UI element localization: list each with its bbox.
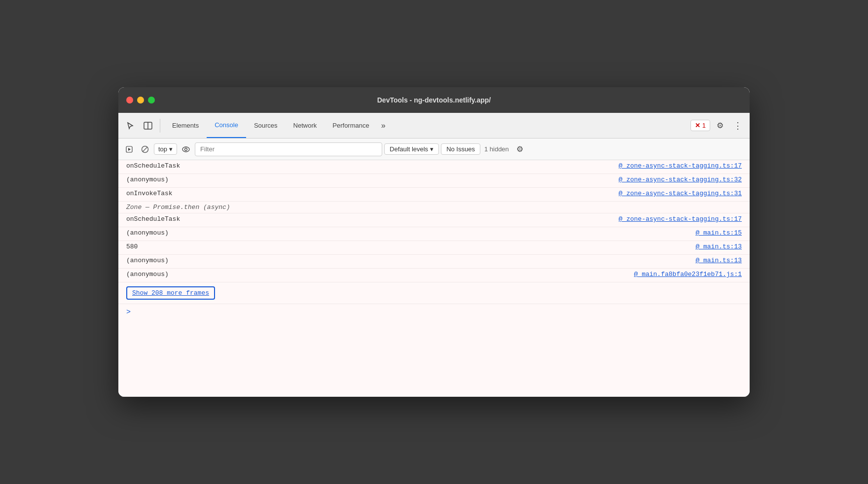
show-frames-row: Show 208 more frames [118,282,750,304]
console-entry-link[interactable]: @ zone-async-stack-tagging.ts:17 [618,215,742,223]
maximize-button[interactable] [148,97,155,104]
hidden-count: 1 hidden [482,145,511,153]
show-more-frames-link[interactable]: Show 208 more frames [126,286,215,300]
error-count-badge[interactable]: ✕ 1 [690,120,710,131]
console-input-row: > [118,304,750,320]
no-issues-button[interactable]: No Issues [441,143,480,155]
filter-input[interactable] [195,142,382,156]
main-toolbar: Elements Console Sources Network Perform… [118,113,750,138]
devtools-window: DevTools - ng-devtools.netlify.app/ Elem… [118,87,750,397]
titlebar: DevTools - ng-devtools.netlify.app/ [118,87,750,113]
settings-button[interactable]: ⚙ [712,118,728,134]
tab-divider [160,119,160,133]
block-icon[interactable] [138,142,152,156]
close-button[interactable] [126,97,133,104]
console-entry-text: onScheduleTask [126,215,618,223]
console-entry-link[interactable]: @ main.ts:13 [695,257,742,264]
dock-icon[interactable] [140,118,156,134]
eye-icon[interactable] [179,142,193,156]
console-entry-text: onInvokeTask [126,190,618,197]
console-entry-link[interactable]: @ zone-async-stack-tagging.ts:31 [618,190,742,197]
console-async-separator: Zone — Promise.then (async) [118,202,750,213]
console-row: onInvokeTask @ zone-async-stack-tagging.… [118,188,750,202]
console-content: onScheduleTask @ zone-async-stack-taggin… [118,160,750,397]
traffic-lights [126,97,155,104]
console-row: onScheduleTask @ zone-async-stack-taggin… [118,160,750,174]
console-entry-text: (anonymous) [126,176,618,183]
context-selector[interactable]: top ▾ [154,143,177,155]
levels-label: Default levels [390,145,428,153]
console-entry-text: 580 [126,243,695,250]
tab-bar: Elements Console Sources Network Perform… [164,113,390,138]
console-entry-text: (anonymous) [126,271,634,278]
svg-marker-3 [128,148,131,151]
svg-point-6 [182,147,189,152]
console-prompt: > [126,308,131,316]
console-entry-link[interactable]: @ main.fa8bfa0e23f1eb71.js:1 [634,271,742,278]
console-row: (anonymous) @ zone-async-stack-tagging.t… [118,174,750,188]
more-tabs-button[interactable]: » [377,121,390,130]
tab-console[interactable]: Console [207,113,246,138]
console-entry-text: (anonymous) [126,229,695,237]
error-x-icon: ✕ [695,122,700,129]
console-settings-button[interactable]: ⚙ [513,142,527,156]
console-entry-link[interactable]: @ zone-async-stack-tagging.ts:17 [618,162,742,170]
console-entry-link[interactable]: @ main.ts:15 [695,229,742,237]
console-toolbar: top ▾ Default levels ▾ No Issues 1 hidde… [118,138,750,160]
console-row: (anonymous) @ main.ts:13 [118,255,750,269]
console-entry-link[interactable]: @ zone-async-stack-tagging.ts:32 [618,176,742,183]
more-options-button[interactable]: ⋮ [730,118,746,134]
svg-point-7 [185,148,187,150]
levels-dropdown[interactable]: Default levels ▾ [384,143,439,155]
tab-elements[interactable]: Elements [164,113,207,138]
console-row: onScheduleTask @ zone-async-stack-taggin… [118,213,750,227]
console-row: (anonymous) @ main.ts:15 [118,227,750,241]
console-input[interactable] [135,309,742,316]
console-entry-link[interactable]: @ main.ts:13 [695,243,742,250]
error-count: 1 [702,122,706,129]
tab-sources[interactable]: Sources [246,113,286,138]
svg-line-5 [143,147,147,152]
console-row: (anonymous) @ main.fa8bfa0e23f1eb71.js:1 [118,269,750,282]
console-entry-text: onScheduleTask [126,162,618,170]
console-entry-text: (anonymous) [126,257,695,264]
tab-performance[interactable]: Performance [325,113,377,138]
minimize-button[interactable] [137,97,144,104]
cursor-icon[interactable] [122,118,138,134]
console-row: 580 @ main.ts:13 [118,241,750,255]
toolbar-right: ✕ 1 ⚙ ⋮ [690,118,746,134]
execute-button[interactable] [122,142,136,156]
chevron-down-icon: ▾ [169,145,173,153]
tab-network[interactable]: Network [286,113,325,138]
chevron-down-icon: ▾ [430,145,434,153]
window-title: DevTools - ng-devtools.netlify.app/ [377,96,491,104]
context-value: top [158,145,167,153]
